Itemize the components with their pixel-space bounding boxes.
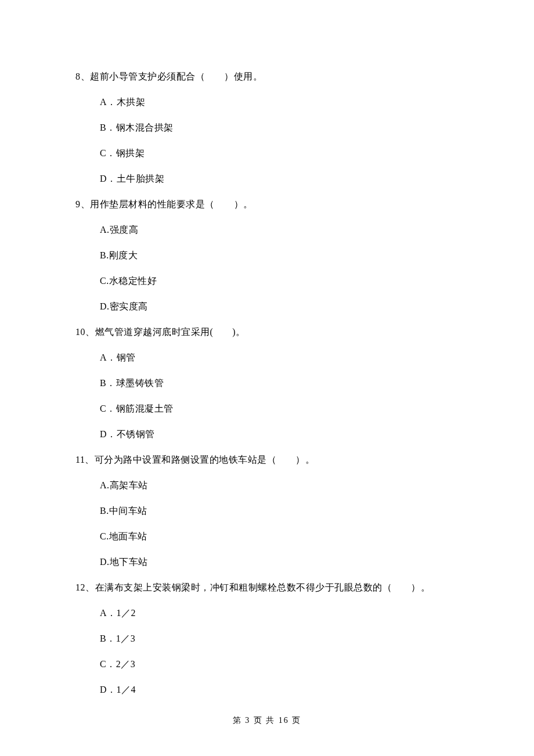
- option-d: D．1／4: [75, 683, 459, 697]
- question-stem: 超前小导管支护必须配合（ ）使用。: [90, 71, 262, 81]
- question-number: 8、: [75, 71, 90, 81]
- question-12: 12、在满布支架上安装钢梁时，冲钉和粗制螺栓总数不得少于孔眼总数的（ ）。 A．…: [75, 581, 459, 697]
- question-number: 11、: [75, 455, 95, 465]
- option-b: B.刚度大: [75, 249, 459, 262]
- option-c: C．钢拱架: [75, 146, 459, 160]
- question-number: 10、: [75, 327, 95, 337]
- question-text: 12、在满布支架上安装钢梁时，冲钉和粗制螺栓总数不得少于孔眼总数的（ ）。: [75, 581, 459, 595]
- option-d: D.密实度高: [75, 300, 459, 314]
- question-text: 9、用作垫层材料的性能要求是（ ）。: [75, 197, 459, 211]
- question-text: 8、超前小导管支护必须配合（ ）使用。: [75, 70, 459, 84]
- option-b: B．球墨铸铁管: [75, 376, 459, 390]
- option-b: B.中间车站: [75, 504, 459, 518]
- option-a: A.强度高: [75, 223, 459, 237]
- option-a: A．钢管: [75, 351, 459, 365]
- option-a: A．1／2: [75, 606, 459, 620]
- option-c: C.水稳定性好: [75, 274, 459, 288]
- option-c: C．2／3: [75, 657, 459, 671]
- page-footer: 第 3 页 共 16 页: [0, 715, 534, 726]
- option-c: C.地面车站: [75, 530, 459, 543]
- question-stem: 在满布支架上安装钢梁时，冲钉和粗制螺栓总数不得少于孔眼总数的（ ）。: [95, 582, 431, 592]
- option-d: D.地下车站: [75, 555, 459, 569]
- question-11: 11、可分为路中设置和路侧设置的地铁车站是（ ）。 A.高架车站 B.中间车站 …: [75, 453, 459, 569]
- page-content: 8、超前小导管支护必须配合（ ）使用。 A．木拱架 B．钢木混合拱架 C．钢拱架…: [0, 0, 534, 697]
- option-b: B．钢木混合拱架: [75, 121, 459, 135]
- option-a: A．木拱架: [75, 95, 459, 109]
- question-10: 10、燃气管道穿越河底时宜采用( )。 A．钢管 B．球墨铸铁管 C．钢筋混凝土…: [75, 325, 459, 441]
- option-a: A.高架车站: [75, 478, 459, 492]
- question-9: 9、用作垫层材料的性能要求是（ ）。 A.强度高 B.刚度大 C.水稳定性好 D…: [75, 197, 459, 314]
- option-b: B．1／3: [75, 632, 459, 646]
- question-text: 10、燃气管道穿越河底时宜采用( )。: [75, 325, 459, 339]
- question-number: 9、: [75, 199, 90, 209]
- option-c: C．钢筋混凝土管: [75, 402, 459, 416]
- question-number: 12、: [75, 582, 95, 592]
- option-d: D．土牛胎拱架: [75, 172, 459, 186]
- question-stem: 可分为路中设置和路侧设置的地铁车站是（ ）。: [95, 455, 315, 465]
- option-d: D．不锈钢管: [75, 427, 459, 441]
- question-text: 11、可分为路中设置和路侧设置的地铁车站是（ ）。: [75, 453, 459, 467]
- question-stem: 用作垫层材料的性能要求是（ ）。: [90, 199, 253, 209]
- question-8: 8、超前小导管支护必须配合（ ）使用。 A．木拱架 B．钢木混合拱架 C．钢拱架…: [75, 70, 459, 186]
- question-stem: 燃气管道穿越河底时宜采用( )。: [95, 327, 246, 337]
